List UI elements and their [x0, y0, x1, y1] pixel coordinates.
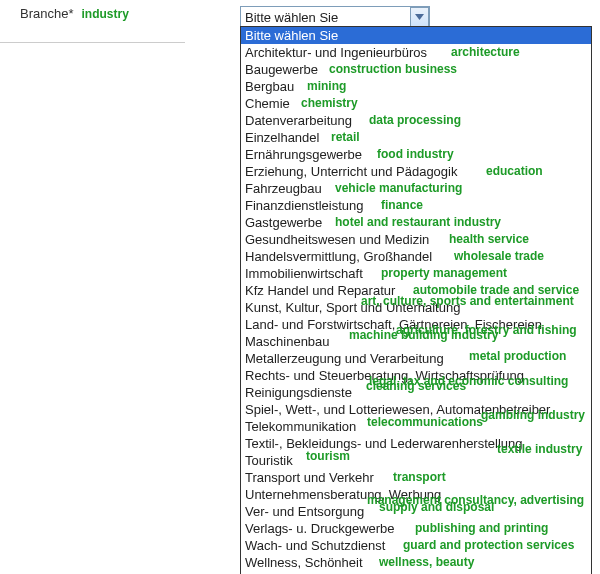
option-annotation: supply and disposal [379, 499, 494, 516]
option-annotation: architecture [451, 44, 520, 61]
dropdown-option[interactable]: Finanzdienstleistungfinance [241, 197, 591, 214]
option-annotation: construction business [329, 61, 457, 78]
dropdown-option[interactable]: Touristiktourism [241, 452, 591, 469]
dropdown-option[interactable]: Wach- und Schutzdienstguard and protecti… [241, 537, 591, 554]
form-row-branche: Branche* industry Bitte wählen Sie [0, 0, 600, 28]
option-text: Erziehung, Unterricht und Pädagogik [245, 164, 457, 179]
option-annotation: hotel and restaurant industry [335, 214, 501, 231]
dropdown-option[interactable]: Textil-, Bekleidungs- und Lederwarenhers… [241, 435, 591, 452]
dropdown-option[interactable]: Architektur- und Ingenieurbürosarchitect… [241, 44, 591, 61]
option-annotation: property management [381, 265, 507, 282]
option-text: Textil-, Bekleidungs- und Lederwarenhers… [245, 436, 523, 451]
option-annotation: chemistry [301, 95, 358, 112]
option-text: Transport und Verkehr [245, 470, 374, 485]
option-annotation: guard and protection services [403, 537, 574, 554]
option-annotation: cleaning services [366, 378, 466, 395]
field-annotation: industry [81, 7, 128, 21]
selected-value: Bitte wählen Sie [245, 10, 338, 25]
option-text: Wach- und Schutzdienst [245, 538, 385, 553]
dropdown-option[interactable]: Fahrzeugbauvehicle manufacturing [241, 180, 591, 197]
option-text: Ver- und Entsorgung [245, 504, 364, 519]
option-annotation: health service [449, 231, 529, 248]
option-text: Baugewerbe [245, 62, 318, 77]
option-text: Finanzdienstleistung [245, 198, 364, 213]
select-box[interactable]: Bitte wählen Sie [240, 6, 430, 28]
option-text: Immobilienwirtschaft [245, 266, 363, 281]
option-annotation: tourism [306, 448, 350, 465]
option-annotation: art, culture, sports and entertainment [361, 293, 574, 310]
dropdown-option[interactable]: Kunst, Kultur, Sport und Unterhaltungart… [241, 299, 591, 316]
option-annotation: metal production [469, 348, 566, 365]
dropdown-option[interactable]: Baugewerbeconstruction business [241, 61, 591, 78]
dropdown-option[interactable]: Reinigungsdienstecleaning services [241, 384, 591, 401]
option-text: Gastgewerbe [245, 215, 322, 230]
option-annotation: food industry [377, 146, 454, 163]
option-annotation: machine building industry [349, 327, 498, 344]
option-text: Architektur- und Ingenieurbüros [245, 45, 427, 60]
dropdown-list: Bitte wählen SieArchitektur- und Ingenie… [241, 27, 591, 574]
option-text: Chemie [245, 96, 290, 111]
dropdown-option[interactable]: Bitte wählen Sie [241, 27, 591, 44]
option-text: Maschinenbau [245, 334, 330, 349]
option-text: Handelsvermittlung, Großhandel [245, 249, 432, 264]
option-text: Metallerzeugung und Verarbeitung [245, 351, 444, 366]
option-annotation: education [486, 163, 543, 180]
option-annotation: transport [393, 469, 446, 486]
dropdown-option[interactable]: Metallerzeugung und Verarbeitungmetal pr… [241, 350, 591, 367]
option-text: Ernährungsgewerbe [245, 147, 362, 162]
chevron-down-icon[interactable] [410, 7, 429, 27]
industry-select[interactable]: Bitte wählen Sie [240, 6, 430, 28]
option-annotation: publishing and printing [415, 520, 548, 537]
option-annotation: finance [381, 197, 423, 214]
option-annotation: wholesale trade [454, 248, 544, 265]
dropdown-option[interactable]: Bergbaumining [241, 78, 591, 95]
dropdown-option[interactable]: Telekommunikationtelecommunications [241, 418, 591, 435]
option-annotation: vehicle manufacturing [335, 180, 462, 197]
dropdown-option[interactable]: Handelsvermittlung, Großhandelwholesale … [241, 248, 591, 265]
option-annotation: telecommunications [367, 414, 483, 431]
dropdown-option[interactable]: Ver- und Entsorgungsupply and disposal [241, 503, 591, 520]
dropdown-option[interactable]: Verlags- u. Druckgewerbepublishing and p… [241, 520, 591, 537]
option-text: Fahrzeugbau [245, 181, 322, 196]
dropdown-option[interactable]: Einzelhandelretail [241, 129, 591, 146]
dropdown-option[interactable]: Datenverarbeitungdata processing [241, 112, 591, 129]
option-text: Verlags- u. Druckgewerbe [245, 521, 395, 536]
dropdown-option[interactable]: Gesundheitswesen und Medizinhealth servi… [241, 231, 591, 248]
divider [0, 42, 185, 43]
label-cell: Branche* industry [20, 6, 240, 21]
option-annotation: retail [331, 129, 360, 146]
dropdown-option[interactable]: Ernährungsgewerbefood industry [241, 146, 591, 163]
dropdown-option[interactable]: Wellness, Schönheitwellness, beauty [241, 554, 591, 571]
industry-dropdown[interactable]: Bitte wählen SieArchitektur- und Ingenie… [240, 26, 592, 574]
field-label-text: Branche [20, 6, 68, 21]
option-text: Telekommunikation [245, 419, 356, 434]
option-text: Datenverarbeitung [245, 113, 352, 128]
required-marker: * [68, 6, 73, 21]
option-text: Gesundheitswesen und Medizin [245, 232, 429, 247]
dropdown-option[interactable]: Chemiechemistry [241, 95, 591, 112]
field-label: Branche* [20, 6, 73, 21]
dropdown-option[interactable]: Gastgewerbehotel and restaurant industry [241, 214, 591, 231]
option-annotation: wellness, beauty [379, 554, 474, 571]
option-text: Einzelhandel [245, 130, 319, 145]
option-annotation: mining [307, 78, 346, 95]
option-annotation: data processing [369, 112, 461, 129]
option-text: Touristik [245, 453, 293, 468]
dropdown-option[interactable]: Immobilienwirtschaftproperty management [241, 265, 591, 282]
option-text: Reinigungsdienste [245, 385, 352, 400]
option-text: Wellness, Schönheit [245, 555, 363, 570]
dropdown-option[interactable]: Erziehung, Unterricht und Pädagogikeduca… [241, 163, 591, 180]
option-text: Bergbau [245, 79, 294, 94]
dropdown-option[interactable]: Transport und Verkehrtransport [241, 469, 591, 486]
option-text: Bitte wählen Sie [245, 28, 338, 43]
